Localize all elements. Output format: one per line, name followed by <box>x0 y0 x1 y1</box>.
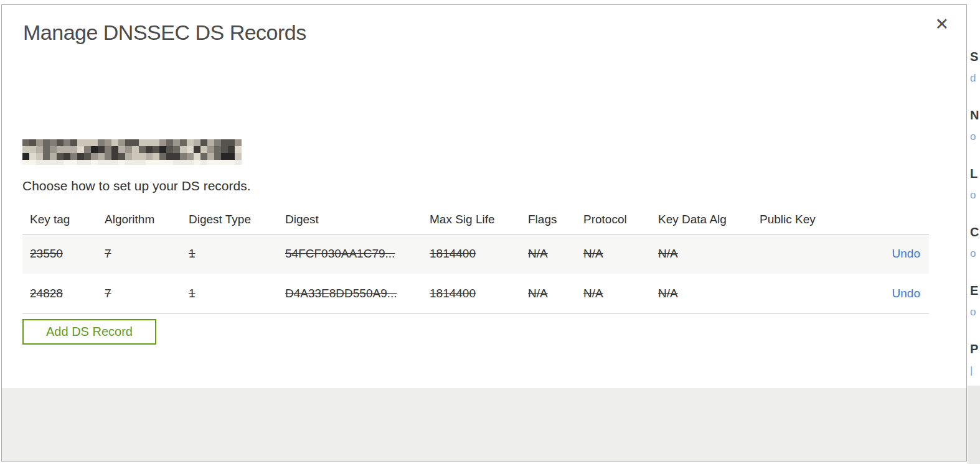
redacted-pixel <box>132 160 139 165</box>
redacted-pixel <box>105 139 111 146</box>
redacted-pixel <box>173 146 180 153</box>
cell-action: Undo <box>858 274 929 313</box>
redacted-pixel <box>180 160 187 165</box>
redacted-pixel <box>118 160 125 165</box>
manage-dnssec-dialog: Manage DNSSEC DS Records ✕ Choose how to… <box>1 4 967 462</box>
redacted-pixel <box>153 139 159 146</box>
redacted-pixel <box>22 146 29 153</box>
redacted-pixel <box>173 139 180 146</box>
redacted-pixel <box>159 146 166 153</box>
redacted-pixel <box>29 139 36 146</box>
column-header-public-key: Public Key <box>752 205 858 234</box>
redacted-pixel <box>50 139 57 146</box>
redacted-domain-name <box>22 139 242 165</box>
redacted-pixel <box>29 160 36 165</box>
background-text-fragment: L <box>970 167 978 181</box>
redacted-pixel <box>235 160 242 165</box>
redacted-pixel <box>125 153 132 160</box>
cell-digest-type: 1 <box>181 234 278 274</box>
cell-key-tag: 23550 <box>22 234 97 274</box>
redacted-pixel <box>228 153 235 160</box>
redacted-pixel <box>29 146 36 153</box>
redacted-pixel <box>57 160 64 165</box>
redacted-pixel <box>64 153 70 160</box>
ds-record-row: 2482871D4A33E8DD550A9...1814400N/AN/AN/A… <box>22 274 929 313</box>
redacted-pixel <box>180 139 187 146</box>
redacted-pixel <box>180 153 187 160</box>
redacted-pixel <box>153 160 159 165</box>
add-ds-record-button[interactable]: Add DS Record <box>22 319 156 345</box>
redacted-pixel <box>36 160 43 165</box>
redacted-pixel <box>139 153 146 160</box>
close-icon[interactable]: ✕ <box>935 15 949 34</box>
background-text-fragment: C <box>970 225 979 239</box>
redacted-pixel <box>166 153 173 160</box>
page: Manage DNSSEC DS Records ✕ Choose how to… <box>0 0 980 464</box>
redacted-pixel <box>105 146 111 153</box>
cell-public-key <box>752 234 858 274</box>
redacted-pixel <box>50 153 57 160</box>
redacted-pixel <box>77 146 84 153</box>
undo-link[interactable]: Undo <box>892 247 920 260</box>
column-header-action <box>858 205 929 234</box>
redacted-pixel <box>64 139 70 146</box>
redacted-pixel <box>146 160 153 165</box>
redacted-pixel <box>187 146 194 153</box>
redacted-pixel <box>50 146 57 153</box>
cell-digest: 54FCF030AA1C79... <box>278 234 422 274</box>
redacted-pixel <box>173 160 180 165</box>
redacted-pixel <box>118 153 125 160</box>
background-text-fragment: o <box>970 131 976 143</box>
cell-algorithm: 7 <box>97 274 181 313</box>
redacted-pixel <box>139 139 146 146</box>
redacted-pixel <box>235 146 242 153</box>
redacted-pixel <box>221 146 228 153</box>
background-text-fragment: P <box>970 342 978 356</box>
redacted-pixel <box>235 139 242 146</box>
cell-protocol: N/A <box>576 234 651 274</box>
undo-link[interactable]: Undo <box>892 287 920 300</box>
dialog-footer: Save Cancel <box>2 388 966 461</box>
redacted-pixel <box>57 146 64 153</box>
redacted-pixel <box>77 160 84 165</box>
redacted-pixel <box>235 153 242 160</box>
redacted-pixel <box>84 146 91 153</box>
redacted-pixel <box>111 139 118 146</box>
redacted-pixel <box>22 139 29 146</box>
ds-records-table: Key tagAlgorithmDigest TypeDigestMax Sig… <box>22 205 929 314</box>
redacted-pixel <box>187 153 194 160</box>
redacted-pixel <box>125 160 132 165</box>
redacted-pixel <box>36 153 43 160</box>
redacted-pixel <box>84 160 91 165</box>
redacted-pixel <box>180 146 187 153</box>
cell-digest: D4A33E8DD550A9... <box>278 274 422 313</box>
redacted-pixel <box>207 139 214 146</box>
redacted-pixel <box>159 139 166 146</box>
redacted-pixel <box>194 153 200 160</box>
redacted-pixel <box>57 153 64 160</box>
redacted-pixel <box>77 139 84 146</box>
redacted-pixel <box>36 146 43 153</box>
cell-max-sig-life: 1814400 <box>422 234 521 274</box>
cell-flags: N/A <box>521 274 576 313</box>
redacted-pixel <box>43 139 50 146</box>
column-header-key-tag: Key tag <box>22 205 97 234</box>
background-text-fragment: o <box>970 306 976 318</box>
redacted-pixel <box>207 160 214 165</box>
redacted-pixel <box>139 160 146 165</box>
redacted-pixel <box>125 146 132 153</box>
cell-flags: N/A <box>521 234 576 274</box>
redacted-pixel <box>214 153 221 160</box>
redacted-pixel <box>132 139 139 146</box>
cell-public-key <box>752 274 858 313</box>
redacted-pixel <box>118 146 125 153</box>
redacted-pixel <box>194 160 200 165</box>
redacted-pixel <box>214 160 221 165</box>
redacted-pixel <box>29 153 36 160</box>
redacted-pixel <box>132 146 139 153</box>
redacted-pixel <box>98 153 105 160</box>
redacted-pixel <box>228 160 235 165</box>
background-text-fragment: | <box>970 364 973 377</box>
redacted-pixel <box>194 139 200 146</box>
redacted-pixel <box>132 153 139 160</box>
